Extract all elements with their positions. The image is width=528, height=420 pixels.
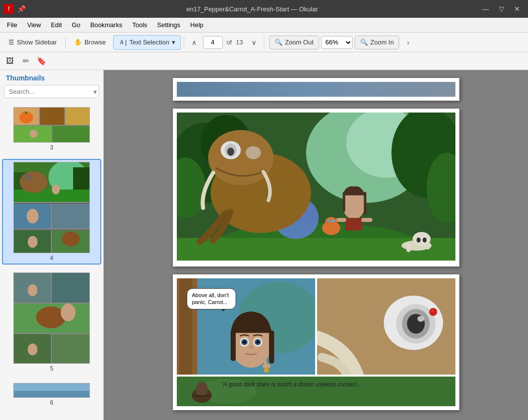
svg-point-83 — [256, 341, 259, 344]
svg-point-15 — [24, 173, 32, 181]
svg-point-87 — [264, 368, 269, 373]
svg-point-84 — [249, 345, 253, 348]
thumbnail-image-4 — [13, 162, 90, 253]
svg-rect-16 — [14, 203, 90, 204]
svg-point-100 — [196, 382, 207, 396]
thumbnail-page-5[interactable]: ... 5 — [2, 269, 101, 375]
comic-page-4-b: Above all, don't panic, Carrot... — [177, 278, 455, 406]
svg-point-31 — [61, 304, 76, 321]
menu-bookmarks[interactable]: Bookmarks — [85, 19, 127, 31]
text-cursor-icon: Ａ| — [119, 38, 126, 47]
menu-tools[interactable]: Tools — [127, 19, 152, 31]
zoom-out-icon: 🔍 — [275, 38, 283, 46]
dropdown-arrow-icon: ▾ — [172, 38, 175, 46]
page-4-bottom: Above all, don't panic, Carrot... — [173, 274, 459, 410]
sidebar-title: Thumbnails — [0, 70, 103, 85]
image-view-button[interactable]: 🖼 — [3, 54, 17, 68]
app-icon: ! — [4, 4, 14, 14]
svg-point-19 — [27, 209, 39, 224]
caption-content: "A good dark stare is worth a dozen usel… — [221, 381, 362, 388]
more-tools-button[interactable]: › — [401, 36, 415, 49]
svg-point-14 — [20, 171, 47, 193]
svg-rect-1 — [40, 108, 64, 125]
svg-rect-86 — [264, 360, 267, 368]
zoom-level-select[interactable]: 66% 50% 75% 100% — [321, 36, 353, 49]
caption-text: "A good dark stare is worth a dozen usel… — [221, 381, 362, 389]
show-sidebar-label: Show Sidebar — [17, 38, 57, 46]
svg-point-52 — [422, 237, 426, 242]
show-sidebar-button[interactable]: ☰ Show Sidebar — [3, 35, 62, 50]
minimize-button[interactable]: — — [479, 3, 492, 15]
svg-point-61 — [342, 191, 365, 220]
svg-rect-33 — [52, 334, 90, 364]
svg-rect-36 — [14, 391, 90, 398]
maximize-button[interactable]: ▽ — [494, 3, 508, 15]
thumbnail-page-4[interactable]: 4 — [2, 159, 101, 265]
browse-button[interactable]: ✋ Browse — [69, 35, 111, 50]
svg-point-50 — [412, 232, 431, 246]
separator-3 — [264, 37, 264, 48]
menubar: File View Edit Go Bookmarks Tools Settin… — [0, 18, 528, 33]
sidebar-icon: ☰ — [8, 38, 14, 46]
text-selection-label: Text Selection — [129, 38, 169, 46]
svg-rect-76 — [230, 330, 235, 361]
thumbnail-image-6 — [13, 383, 90, 398]
zoom-in-button[interactable]: 🔍 Zoom In — [355, 36, 400, 49]
page-partial-strip — [177, 82, 455, 97]
comic-page-4 — [177, 113, 455, 261]
speech-bubble-text: Above all, don't panic, Carrot... — [192, 292, 229, 305]
thumbnail-page-3[interactable]: 3 — [2, 104, 101, 154]
text-selection-button[interactable]: Ａ| Text Selection ▾ — [113, 35, 180, 50]
menu-settings[interactable]: Settings — [152, 19, 185, 31]
zoom-in-icon: 🔍 — [360, 38, 368, 46]
svg-rect-12 — [14, 190, 90, 202]
page-number-input[interactable] — [203, 36, 223, 49]
window-title: en17_Pepper&Carrot_A-Fresh-Start — Okula… — [26, 5, 479, 13]
pdf-viewer[interactable]: Above all, don't panic, Carrot... — [104, 70, 528, 420]
svg-rect-4 — [25, 112, 27, 114]
svg-rect-6 — [52, 126, 90, 143]
titlebar-left: ! 📌 — [4, 4, 26, 14]
thumbnail-num-6: 6 — [50, 399, 53, 406]
thumbnail-page-6[interactable]: 6 — [2, 380, 101, 409]
pin-icon[interactable]: 📌 — [17, 4, 26, 13]
svg-rect-48 — [406, 242, 410, 252]
search-filter-icon[interactable]: ▾ — [93, 88, 97, 96]
svg-point-96 — [431, 309, 434, 312]
svg-point-56 — [208, 130, 273, 186]
svg-rect-2 — [65, 108, 90, 125]
main-area: Thumbnails ▾ — [0, 70, 528, 420]
hand-icon: ✋ — [74, 38, 82, 46]
panel-creature-eye — [317, 278, 455, 375]
svg-point-27 — [28, 284, 38, 296]
page-top-partial — [173, 78, 459, 101]
next-page-button[interactable]: ∨ — [247, 36, 261, 49]
prev-page-button[interactable]: ∧ — [187, 36, 201, 49]
close-button[interactable]: ✕ — [510, 3, 524, 15]
thumbnail-num-5: 5 — [50, 365, 53, 372]
svg-point-60 — [245, 146, 261, 159]
separator-1 — [65, 37, 66, 48]
svg-point-68 — [325, 217, 337, 227]
menu-file[interactable]: File — [2, 19, 22, 31]
menu-view[interactable]: View — [22, 19, 46, 31]
svg-rect-20 — [14, 229, 90, 230]
thumbnail-num-3: 3 — [50, 144, 53, 151]
draw-button[interactable]: ✏ — [19, 54, 33, 68]
window-controls: — ▽ ✕ — [479, 3, 524, 15]
bookmark-button[interactable]: 🔖 — [35, 54, 48, 68]
zoom-out-button[interactable]: 🔍 Zoom Out — [269, 36, 319, 49]
secondary-toolbar: 🖼 ✏ 🔖 — [0, 52, 528, 70]
svg-point-23 — [28, 236, 38, 248]
thumbnail-image-3 — [13, 107, 90, 143]
panel-caption: "A good dark stare is worth a dozen usel… — [177, 377, 455, 406]
svg-rect-77 — [269, 330, 274, 363]
search-input[interactable] — [7, 86, 93, 97]
svg-rect-66 — [361, 218, 372, 222]
svg-point-7 — [30, 130, 38, 138]
page-4-container — [173, 109, 459, 267]
menu-help[interactable]: Help — [185, 19, 208, 31]
svg-point-80 — [243, 341, 245, 344]
menu-go[interactable]: Go — [67, 19, 85, 31]
menu-edit[interactable]: Edit — [46, 19, 67, 31]
